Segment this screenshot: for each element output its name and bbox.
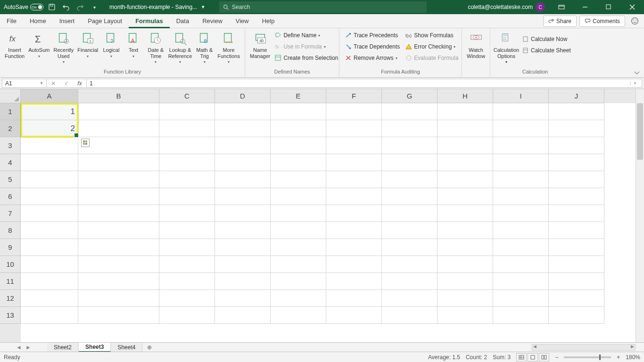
undo-icon[interactable] bbox=[60, 1, 72, 13]
cell-E11[interactable] bbox=[271, 273, 326, 290]
add-sheet-button[interactable]: ⊕ bbox=[142, 344, 157, 351]
cell-C11[interactable] bbox=[159, 273, 215, 290]
financial-button[interactable]: $Financial▾ bbox=[76, 30, 99, 59]
formula-input[interactable]: 1 ▾ bbox=[87, 79, 642, 88]
row-header-5[interactable]: 5 bbox=[0, 171, 21, 188]
more-functions-button[interactable]: More Functions▾ bbox=[216, 30, 241, 65]
evaluate-formula-button[interactable]: Evaluate Formula bbox=[404, 53, 460, 63]
column-header-I[interactable]: I bbox=[493, 89, 549, 103]
cell-E12[interactable] bbox=[271, 290, 326, 307]
namebox-dropdown-icon[interactable]: ▼ bbox=[40, 81, 43, 85]
cell-I12[interactable] bbox=[493, 290, 549, 307]
cell-H13[interactable] bbox=[438, 307, 493, 324]
cell-F12[interactable] bbox=[326, 290, 382, 307]
cell-I1[interactable] bbox=[493, 103, 549, 120]
tab-view[interactable]: View bbox=[229, 14, 256, 28]
expand-formula-bar-icon[interactable]: ▾ bbox=[630, 81, 639, 85]
search-input[interactable]: Search bbox=[219, 1, 427, 13]
tab-insert[interactable]: Insert bbox=[53, 14, 82, 28]
cell-H4[interactable] bbox=[438, 154, 493, 171]
cell-H10[interactable] bbox=[438, 256, 493, 273]
close-button[interactable] bbox=[621, 0, 643, 14]
recently-used-button[interactable]: Recently Used▾ bbox=[52, 30, 74, 65]
math-trig-button[interactable]: θMath & Trig▾ bbox=[194, 30, 215, 65]
cell-G3[interactable] bbox=[382, 137, 438, 154]
cell-C6[interactable] bbox=[159, 188, 215, 205]
cell-A6[interactable] bbox=[21, 188, 78, 205]
cell-I11[interactable] bbox=[493, 273, 549, 290]
column-header-J[interactable]: J bbox=[549, 89, 604, 103]
cell-E5[interactable] bbox=[271, 171, 326, 188]
column-header-F[interactable]: F bbox=[326, 89, 382, 103]
column-header-A[interactable]: A bbox=[21, 89, 78, 103]
cell-E13[interactable] bbox=[271, 307, 326, 324]
title-dropdown-icon[interactable]: ▼ bbox=[201, 5, 205, 9]
sheet-nav-next-icon[interactable]: ► bbox=[25, 344, 31, 351]
tab-data[interactable]: Data bbox=[170, 14, 196, 28]
cell-C10[interactable] bbox=[159, 256, 215, 273]
cell-B3[interactable] bbox=[78, 137, 159, 154]
calculation-options-button[interactable]: Calculation Options▾ bbox=[494, 30, 519, 65]
zoom-out-button[interactable]: − bbox=[555, 354, 558, 361]
row-header-1[interactable]: 1 bbox=[0, 103, 21, 120]
cell-J3[interactable] bbox=[549, 137, 604, 154]
column-header-D[interactable]: D bbox=[215, 89, 271, 103]
logical-button[interactable]: ?Logical▾ bbox=[101, 30, 121, 59]
cell-B12[interactable] bbox=[78, 290, 159, 307]
cell-D1[interactable] bbox=[215, 103, 271, 120]
autosum-button[interactable]: ΣAutoSum▾ bbox=[27, 30, 50, 59]
cell-F9[interactable] bbox=[326, 239, 382, 256]
cancel-formula-icon[interactable]: ✕ bbox=[47, 80, 60, 87]
zoom-level[interactable]: 180% bbox=[626, 354, 640, 361]
cell-A10[interactable] bbox=[21, 256, 78, 273]
cell-H2[interactable] bbox=[438, 120, 493, 137]
cell-C7[interactable] bbox=[159, 205, 215, 222]
name-box[interactable]: A1 ▼ bbox=[2, 79, 47, 88]
remove-arrows-button[interactable]: Remove Arrows bbox=[343, 53, 402, 63]
autofill-options-icon[interactable] bbox=[81, 139, 90, 147]
cell-I2[interactable] bbox=[493, 120, 549, 137]
cell-B8[interactable] bbox=[78, 222, 159, 239]
cell-E9[interactable] bbox=[271, 239, 326, 256]
fx-icon[interactable]: fx bbox=[73, 80, 86, 87]
qat-customize-icon[interactable]: ▾ bbox=[89, 1, 100, 13]
name-manager-button[interactable]: ab Name Manager bbox=[249, 30, 271, 60]
cell-E8[interactable] bbox=[271, 222, 326, 239]
cell-C12[interactable] bbox=[159, 290, 215, 307]
insert-function-button[interactable]: fxInsert Function bbox=[4, 30, 25, 60]
row-header-11[interactable]: 11 bbox=[0, 273, 21, 290]
cell-D5[interactable] bbox=[215, 171, 271, 188]
row-header-13[interactable]: 13 bbox=[0, 307, 21, 324]
cell-F7[interactable] bbox=[326, 205, 382, 222]
cell-E4[interactable] bbox=[271, 154, 326, 171]
cell-D9[interactable] bbox=[215, 239, 271, 256]
cell-A1[interactable]: 1 bbox=[21, 103, 78, 120]
calculate-now-button[interactable]: Calculate Now bbox=[520, 34, 573, 44]
cell-A5[interactable] bbox=[21, 171, 78, 188]
spreadsheet-grid[interactable]: ABCDEFGHIJ 12345678910111213 12 bbox=[0, 89, 644, 342]
cell-C1[interactable] bbox=[159, 103, 215, 120]
cell-H12[interactable] bbox=[438, 290, 493, 307]
cell-A3[interactable] bbox=[21, 137, 78, 154]
cell-J13[interactable] bbox=[549, 307, 604, 324]
cell-J9[interactable] bbox=[549, 239, 604, 256]
row-header-7[interactable]: 7 bbox=[0, 205, 21, 222]
lookup-reference-button[interactable]: Lookup & Reference▾ bbox=[168, 30, 192, 65]
cell-E7[interactable] bbox=[271, 205, 326, 222]
cell-J5[interactable] bbox=[549, 171, 604, 188]
ribbon-display-icon[interactable] bbox=[551, 0, 572, 14]
cell-F1[interactable] bbox=[326, 103, 382, 120]
cell-G5[interactable] bbox=[382, 171, 438, 188]
cell-A12[interactable] bbox=[21, 290, 78, 307]
cell-C3[interactable] bbox=[159, 137, 215, 154]
cell-H6[interactable] bbox=[438, 188, 493, 205]
cell-I7[interactable] bbox=[493, 205, 549, 222]
cell-E10[interactable] bbox=[271, 256, 326, 273]
cell-I6[interactable] bbox=[493, 188, 549, 205]
create-from-selection-button[interactable]: Create from Selection bbox=[273, 53, 340, 63]
collapse-ribbon-icon[interactable] bbox=[634, 71, 640, 75]
cell-G13[interactable] bbox=[382, 307, 438, 324]
vertical-scrollbar[interactable] bbox=[636, 89, 644, 342]
share-button[interactable]: Share bbox=[543, 16, 577, 27]
sheet-tab-sheet3[interactable]: Sheet3 bbox=[79, 343, 111, 352]
